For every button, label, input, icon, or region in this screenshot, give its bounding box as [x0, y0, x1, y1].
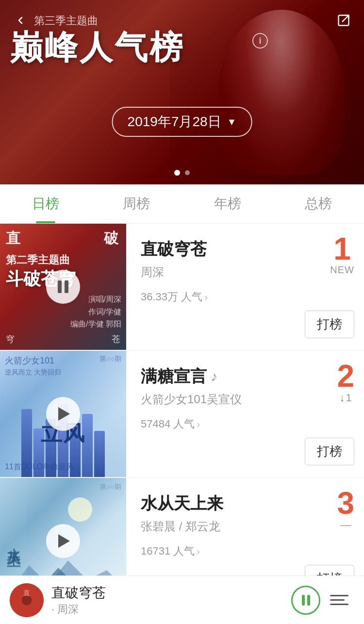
tab-all[interactable]: 总榜	[273, 184, 364, 223]
song-popularity-1[interactable]: 36.33万 人气 ›	[141, 290, 354, 304]
player-pause-icon	[302, 595, 310, 606]
song-popularity-2[interactable]: 57484 人气 ›	[141, 417, 354, 431]
song-rank-2: 2 ↓1	[337, 361, 354, 404]
cover3-top-label: 第○○期	[99, 483, 121, 492]
tab-daily[interactable]: 日榜	[0, 184, 91, 223]
rank-change-2: ↓1	[340, 392, 352, 404]
hero-title: 巅峰人气榜	[10, 29, 184, 66]
hero-subtitle: 第三季主题曲	[34, 14, 98, 28]
rank-number: 1	[333, 233, 351, 264]
rank-number: 2	[337, 361, 354, 392]
popularity-arrow-2: ›	[197, 419, 200, 430]
vote-button-1[interactable]: 打榜	[305, 311, 354, 338]
cover3-vertical-text: 水从天上	[4, 537, 23, 545]
player-controls	[291, 586, 354, 615]
rank-change-3: —	[340, 519, 351, 531]
dot-1[interactable]	[174, 170, 180, 176]
song-cover-1[interactable]: 直 破 第二季主题曲 斗破苍穹 演唱/周深 作词/学健 编曲/学健 郭阳 穹 苍	[0, 224, 126, 350]
cover2-num: 第○○期	[99, 355, 121, 363]
song-info-1: 1 NEW 直破穹苍 周深 36.33万 人气 › 打榜	[126, 224, 364, 350]
player-avatar[interactable]: 直	[10, 583, 44, 617]
dot-2[interactable]	[185, 170, 190, 175]
song-artist-2: 火箭少女101吴宣仪	[141, 392, 354, 407]
tabs-bar: 日榜 周榜 年榜 总榜	[0, 184, 364, 224]
play-button-3[interactable]	[46, 524, 80, 558]
pause-button-1[interactable]	[46, 270, 80, 304]
player-title: 直破穹苍	[51, 584, 283, 602]
song-cover-2[interactable]: 火箭少女101 逆风而立 大势回归 立风 11首SOLO单曲迎风 第○○期	[0, 351, 126, 477]
carousel-dots	[174, 170, 190, 176]
cover3-moon	[68, 497, 92, 522]
song-title-1: 直破穹苍	[141, 238, 354, 261]
song-artist-3: 张碧晨 / 郑云龙	[141, 519, 354, 534]
cover2-bottom: 11首SOLO单曲迎风	[5, 462, 74, 472]
song-popularity-3[interactable]: 16731 人气 ›	[141, 544, 354, 558]
song-info-2: 2 ↓1 满糖宣言 ♪ 火箭少女101吴宣仪 57484 人气 › 打榜	[126, 351, 364, 477]
song-rank-1: 1 NEW	[330, 233, 354, 276]
play-button-2[interactable]	[46, 397, 80, 431]
song-list: 直 破 第二季主题曲 斗破苍穹 演唱/周深 作词/学健 编曲/学健 郭阳 穹 苍	[0, 224, 364, 604]
player-info: 直破穹苍 · 周深	[51, 584, 283, 617]
song-title-3: 水从天上来	[141, 493, 354, 515]
cover2-tag: 逆风而立 大势回归	[5, 368, 61, 377]
player-artist: · 周深	[51, 602, 283, 617]
note-icon: ♪	[211, 369, 217, 384]
back-button[interactable]	[10, 10, 31, 31]
vote-button-2[interactable]: 打榜	[305, 438, 354, 465]
song-rank-3: 3 —	[337, 488, 354, 531]
song-item-1: 直 破 第二季主题曲 斗破苍穹 演唱/周深 作词/学健 编曲/学健 郭阳 穹 苍	[0, 224, 364, 350]
date-selector[interactable]: 2019年7月28日 ▼	[112, 107, 252, 137]
cover-char-bl: 穹	[6, 333, 15, 345]
player-playlist-button[interactable]	[330, 588, 354, 612]
info-icon[interactable]: i	[252, 33, 268, 49]
song-artist-1: 周深	[141, 264, 354, 280]
rank-status: NEW	[330, 264, 354, 276]
popularity-arrow: ›	[204, 292, 208, 303]
rank-number: 3	[337, 488, 354, 519]
share-button[interactable]	[333, 10, 354, 31]
cover-char-br: 苍	[112, 333, 120, 345]
svg-line-1	[343, 16, 349, 22]
bottom-player: 直 直破穹苍 · 周深	[0, 575, 364, 624]
hero-section: 第三季主题曲 巅峰人气榜 i 2019年7月28日 ▼	[0, 0, 364, 184]
date-label: 2019年7月28日	[128, 113, 221, 131]
chevron-down-icon: ▼	[227, 116, 237, 128]
song-title-2: 满糖宣言 ♪	[141, 365, 354, 388]
svg-text:直: 直	[23, 589, 30, 596]
cover-subtitle: 第二季主题曲	[6, 253, 120, 267]
svg-point-5	[22, 595, 32, 605]
cover-char-tl: 直	[6, 229, 22, 248]
song-item-2: 火箭少女101 逆风而立 大势回归 立风 11首SOLO单曲迎风 第○○期 2 …	[0, 351, 364, 477]
cover-char-tr: 破	[104, 229, 120, 248]
player-play-pause-button[interactable]	[291, 586, 320, 615]
cover2-sublabel: 火箭少女101	[5, 355, 54, 366]
tab-weekly[interactable]: 周榜	[91, 184, 182, 223]
cover-info-lines: 演唱/周深 作词/学健 编曲/学健 郭阳	[70, 293, 121, 330]
popularity-arrow-3: ›	[197, 546, 200, 557]
tab-yearly[interactable]: 年榜	[182, 184, 273, 223]
